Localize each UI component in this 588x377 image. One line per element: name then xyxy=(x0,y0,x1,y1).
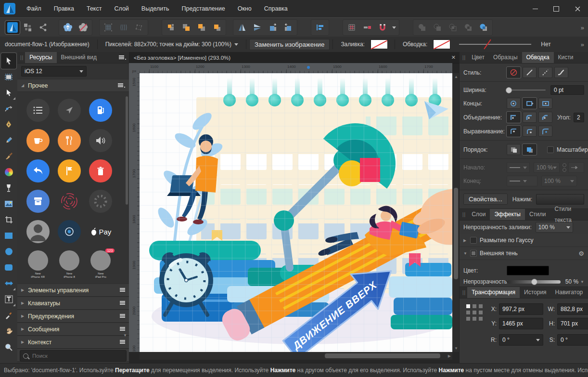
persona-designer-button[interactable] xyxy=(5,21,20,34)
perspective-button[interactable] xyxy=(132,21,146,34)
vector-crop-tool[interactable] xyxy=(1,212,16,228)
snapping-options-caret[interactable] xyxy=(391,21,397,34)
miter-field[interactable]: 2 xyxy=(574,113,584,122)
menu-layer[interactable]: Слой xyxy=(108,0,135,17)
rotate-cw-button[interactable] xyxy=(281,21,295,34)
pen-tool[interactable] xyxy=(1,117,16,132)
cap-square-button[interactable] xyxy=(538,98,552,109)
horizontal-scroll-thumb[interactable] xyxy=(325,353,440,358)
boolean-xor-button[interactable] xyxy=(461,21,475,34)
rounded-rectangle-tool[interactable] xyxy=(1,260,16,275)
menu-file[interactable]: Файл xyxy=(20,0,48,17)
menu-view[interactable]: Представление xyxy=(176,0,231,17)
rotation-field[interactable]: 0 ° xyxy=(499,334,543,346)
shear-field[interactable]: 0 ° xyxy=(557,334,588,346)
tab-swatches[interactable]: Образцы xyxy=(489,52,522,63)
scale-with-object-checkbox[interactable] xyxy=(547,146,554,153)
asset-fingerprint-icon[interactable] xyxy=(58,190,81,213)
cap-round-button[interactable] xyxy=(523,98,537,109)
replace-image-button[interactable]: Заменить изображение xyxy=(249,39,330,50)
close-button[interactable] xyxy=(567,0,588,17)
search-input[interactable] xyxy=(31,352,123,359)
section-menu-icon[interactable] xyxy=(120,301,125,305)
tab-transform[interactable]: Трансформация xyxy=(467,287,520,298)
scroll-down-icon[interactable]: ▼ xyxy=(454,346,458,351)
menu-window[interactable]: Окно xyxy=(231,0,258,17)
node-tool[interactable] xyxy=(1,85,16,101)
section-menu-icon[interactable] xyxy=(120,340,125,344)
panel-grip[interactable]: || xyxy=(462,55,466,60)
start-style-dropdown[interactable] xyxy=(507,162,530,173)
menu-select[interactable]: Выделить xyxy=(135,0,176,17)
link-arrows-icon[interactable] xyxy=(562,163,566,172)
pan-tool[interactable] xyxy=(1,323,16,339)
corner-tool[interactable] xyxy=(1,101,16,117)
move-to-back-button[interactable] xyxy=(164,21,178,34)
arrowhead-dropdown[interactable] xyxy=(568,162,584,173)
section-menu-icon[interactable] xyxy=(120,314,125,318)
x-field[interactable]: 997,2 px xyxy=(499,303,543,315)
contextbar-overflow-button[interactable]: » xyxy=(581,41,584,48)
color-picker-tool[interactable] xyxy=(1,307,16,323)
toolbar-overflow-button[interactable]: » xyxy=(581,24,584,31)
asset-volume-icon[interactable] xyxy=(89,129,112,152)
fill-swatch[interactable] xyxy=(371,39,388,49)
effect-expanded-icon[interactable]: ▼ xyxy=(463,251,470,256)
illustration-canvas[interactable]: ДВИЖЕНИЕ ВВЕРХ xyxy=(140,73,452,352)
asset-archive-icon[interactable] xyxy=(26,190,50,213)
panel-menu-button[interactable] xyxy=(119,55,126,60)
scroll-down-icon[interactable]: ▼ xyxy=(580,280,584,284)
asset-list-icon[interactable] xyxy=(26,99,50,122)
vector-brush-tool[interactable] xyxy=(1,148,16,164)
paste-inside-button[interactable] xyxy=(61,21,75,34)
place-image-tool[interactable] xyxy=(1,196,16,212)
move-back-one-button[interactable] xyxy=(179,21,193,34)
asset-person-icon[interactable] xyxy=(26,220,50,243)
asset-device-ipad-pro[interactable]: 123New iPad Pro xyxy=(90,250,111,279)
cap-butt-button[interactable] xyxy=(507,98,521,109)
outer-shadow-checkbox[interactable] xyxy=(470,250,477,257)
order-front-button[interactable] xyxy=(523,144,537,155)
tab-brushes[interactable]: Кисти xyxy=(554,52,578,63)
section-alerts[interactable]: ▶Предупреждения xyxy=(17,310,129,323)
stroke-style-none-button[interactable] xyxy=(507,67,521,78)
arrow-shape-tool[interactable] xyxy=(1,275,16,291)
horizontal-ruler[interactable]: 1100 1200 1300 1400 1500 1600 1700 xyxy=(140,63,452,74)
snap-to-pixel-button[interactable] xyxy=(360,21,374,34)
scroll-down-icon[interactable]: ▼ xyxy=(123,333,127,338)
gear-icon[interactable]: ⚙ xyxy=(578,250,584,257)
minimize-button[interactable] xyxy=(524,0,546,17)
tab-colour[interactable]: Цвет xyxy=(467,52,489,63)
rotate-ccw-button[interactable] xyxy=(266,21,280,34)
anchor-point-selector[interactable] xyxy=(466,304,483,347)
asset-coffee-icon[interactable] xyxy=(26,129,50,152)
artboard-tool[interactable] xyxy=(1,69,16,85)
asset-spinner-icon[interactable] xyxy=(89,190,112,213)
section-menu-button[interactable] xyxy=(118,83,125,88)
order-behind-button[interactable] xyxy=(507,144,521,155)
w-field[interactable]: 882,8 px xyxy=(557,303,588,315)
panel-grip[interactable]: || xyxy=(462,290,466,295)
boolean-divide-button[interactable] xyxy=(476,21,491,34)
align-inside-button[interactable] xyxy=(523,126,537,137)
stroke-width-slider[interactable] xyxy=(507,90,546,91)
flip-horizontal-button[interactable] xyxy=(235,21,249,34)
stroke-style-solid-button[interactable] xyxy=(523,67,537,78)
section-context[interactable]: ▶Контекст xyxy=(17,336,129,349)
boolean-subtract-button[interactable] xyxy=(430,21,445,34)
end-scale-dropdown[interactable]: 100 % xyxy=(541,176,577,186)
panel-grip[interactable]: || xyxy=(462,212,466,217)
tab-stroke[interactable]: Обводка xyxy=(522,52,554,63)
join-bevel-button[interactable] xyxy=(538,112,552,123)
stroke-style-brush-button[interactable] xyxy=(554,67,568,78)
slider-knob[interactable] xyxy=(531,279,537,285)
magnet-snapping-button[interactable] xyxy=(375,21,390,34)
transparency-tool[interactable] xyxy=(1,180,16,196)
join-round-button[interactable] xyxy=(523,112,537,123)
alignment-button[interactable] xyxy=(313,21,327,34)
document-tab[interactable]: <Без заголовка> [Изменено] (293.0%) xyxy=(129,55,235,61)
join-miter-button[interactable] xyxy=(507,112,521,123)
zoom-tool[interactable] xyxy=(1,339,16,355)
ellipse-tool[interactable] xyxy=(1,244,16,260)
tab-history[interactable]: История xyxy=(520,287,551,298)
